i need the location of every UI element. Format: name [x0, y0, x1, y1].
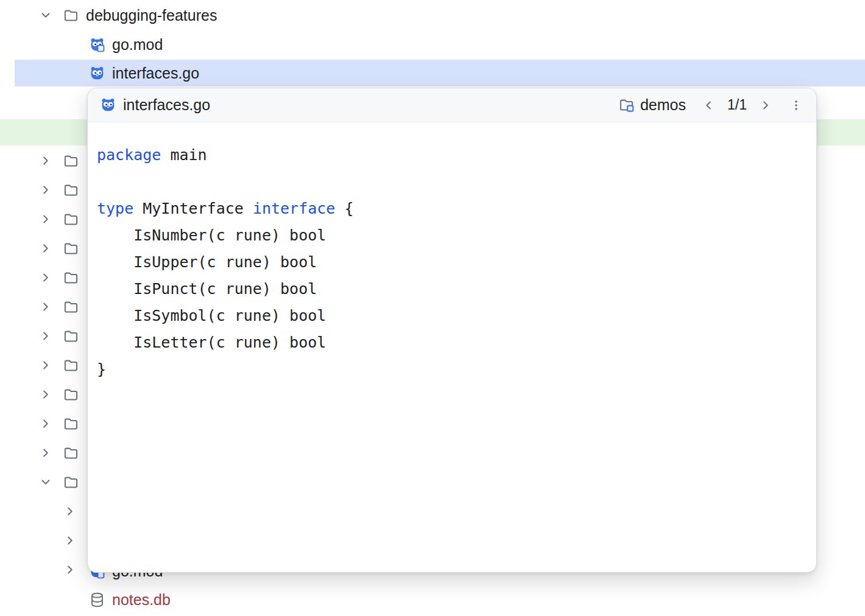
chevron-right-icon	[63, 563, 77, 576]
tree-item-label: go.mod	[112, 36, 163, 54]
database-icon	[89, 592, 105, 608]
tree-row-go-mod[interactable]: go.mod	[89, 31, 163, 58]
code-line: IsSymbol(c rune) bool	[97, 303, 804, 329]
code-line: IsLetter(c rune) bool	[97, 329, 804, 356]
go-mod-file-icon	[89, 37, 105, 53]
chevron-down-icon	[39, 475, 52, 489]
chevron-down-icon	[39, 9, 52, 22]
code-line: IsNumber(c rune) bool	[97, 222, 804, 249]
tree-row-debugging-features[interactable]: debugging-features	[39, 2, 217, 29]
code-token: type	[97, 200, 133, 217]
scope-label: demos	[640, 96, 686, 114]
chevron-right-icon	[39, 242, 52, 255]
tree-row-folder[interactable]	[39, 323, 79, 349]
tree-row-folder[interactable]	[39, 381, 79, 408]
folder-icon	[63, 299, 79, 315]
more-options-button[interactable]	[788, 97, 804, 113]
code-token: {	[335, 200, 353, 217]
folder-icon	[63, 357, 79, 374]
code-token: }	[97, 360, 106, 378]
tree-row-folder[interactable]	[39, 147, 79, 174]
chevron-right-icon	[39, 300, 52, 313]
tree-row-folder[interactable]	[39, 206, 79, 233]
chevron-right-icon	[759, 99, 772, 112]
folder-icon	[63, 445, 79, 461]
chevron-left-icon	[702, 99, 715, 112]
chevron-right-icon	[39, 183, 52, 197]
chevron-right-icon	[39, 359, 52, 372]
folder-icon	[63, 211, 79, 228]
file-preview-popup: interfaces.go demos 1/1 package main typ…	[87, 88, 817, 573]
code-token: interface	[253, 200, 335, 217]
code-token: main	[161, 146, 207, 164]
tree-row-folder[interactable]	[39, 410, 79, 437]
popup-title: interfaces.go	[123, 96, 210, 114]
chevron-right-icon	[63, 505, 77, 518]
go-file-icon	[89, 65, 105, 82]
folder-icon	[63, 270, 79, 286]
folder-icon	[63, 153, 79, 169]
folder-icon	[63, 328, 79, 345]
code-line: type MyInterface interface {	[97, 195, 804, 222]
folder-icon	[63, 7, 79, 24]
match-counter: 1/1	[727, 97, 747, 113]
tree-row-folder[interactable]	[39, 177, 79, 203]
kebab-menu-icon	[789, 99, 803, 112]
code-token: IsNumber(c rune) bool	[97, 226, 326, 244]
code-line: }	[97, 356, 804, 383]
code-line	[97, 169, 804, 195]
popup-header: interfaces.go demos 1/1	[88, 88, 816, 122]
code-token: MyInterface	[133, 200, 253, 217]
code-token: package	[97, 146, 161, 164]
next-match-button[interactable]	[758, 97, 774, 113]
chevron-right-icon	[39, 271, 52, 284]
tree-item-label: notes.db	[112, 591, 171, 609]
code-token: IsPunct(c rune) bool	[97, 280, 317, 298]
code-token: IsLetter(c rune) bool	[97, 334, 326, 351]
folder-icon	[63, 182, 79, 198]
chevron-right-icon	[39, 388, 52, 401]
tree-row-folder-expanded[interactable]	[39, 469, 79, 495]
code-line: package main	[97, 142, 804, 169]
tree-row-interfaces-go[interactable]: interfaces.go	[89, 60, 199, 86]
tree-row-folder[interactable]	[39, 352, 79, 379]
tree-row-folder[interactable]	[39, 293, 79, 320]
chevron-right-icon	[39, 154, 52, 167]
code-token: IsSymbol(c rune) bool	[97, 307, 326, 324]
folder-icon	[63, 387, 79, 403]
tree-row-nested-folder[interactable]	[63, 556, 77, 583]
prev-match-button[interactable]	[701, 97, 716, 113]
tree-row-folder[interactable]	[39, 439, 79, 466]
tree-item-label: debugging-features	[86, 7, 217, 24]
code-line: IsUpper(c rune) bool	[97, 249, 804, 276]
folder-icon	[63, 240, 79, 257]
folder-scope-icon	[618, 97, 635, 113]
chevron-right-icon	[39, 417, 52, 430]
tree-row-nested-folder[interactable]	[63, 527, 77, 554]
ide-project-view: debugging-features go.mod interfaces.go …	[0, 0, 865, 616]
tree-item-label: interfaces.go	[112, 65, 199, 82]
tree-row-notes-db[interactable]: notes.db	[89, 586, 171, 613]
chevron-right-icon	[39, 329, 52, 343]
code-token: IsUpper(c rune) bool	[97, 253, 317, 271]
tree-row-folder[interactable]	[39, 235, 79, 262]
tree-row-nested-folder[interactable]	[63, 498, 77, 525]
chevron-right-icon	[39, 446, 52, 460]
folder-icon	[63, 416, 79, 432]
chevron-right-icon	[39, 212, 52, 226]
go-file-icon	[100, 97, 116, 113]
tree-row-folder[interactable]	[39, 264, 79, 291]
code-line: IsPunct(c rune) bool	[97, 276, 804, 303]
code-preview: package main type MyInterface interface …	[88, 122, 816, 383]
chevron-right-icon	[63, 534, 77, 547]
folder-icon	[63, 474, 79, 491]
